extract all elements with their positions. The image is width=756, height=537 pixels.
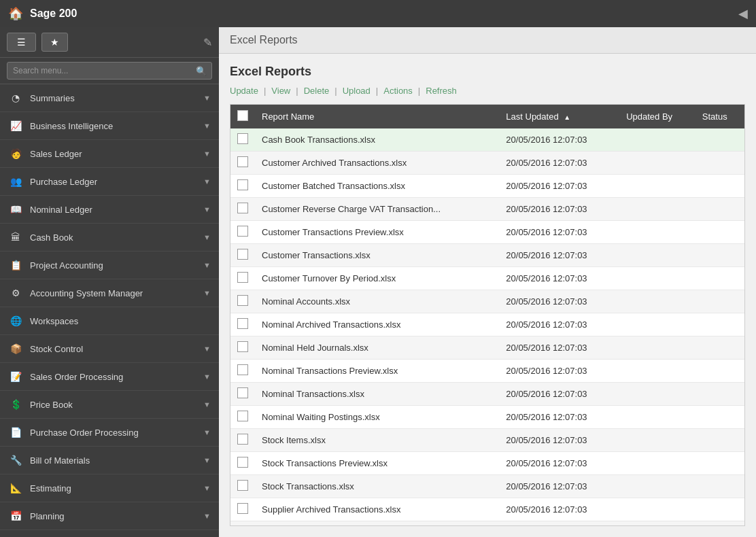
menu-button[interactable]: ☰ — [7, 33, 36, 52]
header-report-name[interactable]: Report Name — [255, 105, 499, 128]
row-checkbox-cell[interactable] — [230, 221, 255, 244]
row-status — [695, 313, 744, 336]
row-checkbox[interactable] — [237, 480, 248, 491]
row-last-updated: 20/05/2016 12:07:03 — [499, 336, 619, 360]
row-last-updated: 20/05/2016 12:07:03 — [499, 198, 619, 221]
row-report-name: Nominal Waiting Postings.xlsx — [255, 406, 499, 429]
row-checkbox[interactable] — [237, 272, 248, 283]
row-checkbox[interactable] — [237, 434, 248, 445]
sidebar-item-purchase-ledger[interactable]: 👥 Purchase Ledger ▼ — [0, 168, 219, 196]
row-checkbox[interactable] — [237, 411, 248, 421]
home-icon[interactable]: 🏠 — [8, 6, 23, 21]
reports-table-container: Report Name Last Updated ▲ Updated By St… — [230, 104, 745, 526]
sidebar-item-bill-of-materials[interactable]: 🔧 Bill of Materials ▼ — [0, 447, 219, 474]
row-last-updated: 20/05/2016 12:07:03 — [499, 521, 619, 527]
table-row: Customer Reverse Charge VAT Transaction.… — [230, 198, 744, 221]
sidebar-item-accounting-system-manager[interactable]: ⚙ Accounting System Manager ▼ — [0, 279, 219, 307]
sidebar-nav: ◔ Summaries ▼ 📈 Business Intelligence ▼ … — [0, 84, 219, 537]
row-checkbox[interactable] — [237, 387, 248, 398]
row-status — [695, 290, 744, 313]
row-checkbox-cell[interactable] — [230, 429, 255, 452]
row-updated-by — [619, 360, 695, 383]
row-checkbox-cell[interactable] — [230, 267, 255, 290]
row-checkbox-cell[interactable] — [230, 128, 255, 152]
row-checkbox-cell[interactable] — [230, 336, 255, 360]
sidebar-item-sales-order-processing[interactable]: 📝 Sales Order Processing ▼ — [0, 363, 219, 391]
summaries-icon: ◔ — [8, 90, 23, 105]
edit-button[interactable]: ✎ — [203, 36, 212, 49]
sidebar-item-stock-control[interactable]: 📦 Stock Control ▼ — [0, 335, 219, 363]
row-status — [695, 267, 744, 290]
row-checkbox-cell[interactable] — [230, 475, 255, 498]
row-updated-by — [619, 406, 695, 429]
row-checkbox-cell[interactable] — [230, 521, 255, 527]
select-all-checkbox[interactable] — [237, 110, 248, 121]
chevron-cash-book: ▼ — [203, 233, 211, 241]
table-row: Customer Batched Transactions.xlsx20/05/… — [230, 175, 744, 198]
view-button[interactable]: View — [271, 86, 303, 96]
sidebar-item-estimating[interactable]: 📐 Estimating ▼ — [0, 474, 219, 502]
actions-button[interactable]: Actions — [383, 86, 426, 96]
cash-book-icon: 🏛 — [8, 230, 23, 245]
row-checkbox-cell[interactable] — [230, 152, 255, 175]
sidebar-item-planning[interactable]: 📅 Planning ▼ — [0, 502, 219, 530]
upload-button[interactable]: Upload — [343, 86, 384, 96]
row-checkbox-cell[interactable] — [230, 175, 255, 198]
row-checkbox-cell[interactable] — [230, 383, 255, 406]
row-checkbox[interactable] — [237, 341, 248, 352]
row-checkbox-cell[interactable] — [230, 406, 255, 429]
row-report-name: Nominal Accounts.xlsx — [255, 290, 499, 313]
row-checkbox[interactable] — [237, 503, 248, 514]
sidebar-item-summaries[interactable]: ◔ Summaries ▼ — [0, 84, 219, 112]
row-checkbox[interactable] — [237, 203, 248, 213]
row-checkbox[interactable] — [237, 179, 248, 190]
sidebar-item-works-orders[interactable]: 🏗 Works Orders ▼ — [0, 530, 219, 537]
search-input[interactable] — [7, 62, 212, 80]
row-checkbox-cell[interactable] — [230, 360, 255, 383]
row-status — [695, 198, 744, 221]
sidebar-item-nominal-ledger[interactable]: 📖 Nominal Ledger ▼ — [0, 196, 219, 224]
update-button[interactable]: Update — [230, 86, 271, 96]
row-checkbox[interactable] — [237, 295, 248, 306]
row-checkbox[interactable] — [237, 133, 248, 144]
chevron-purchase-ledger: ▼ — [203, 177, 211, 186]
row-checkbox-cell[interactable] — [230, 290, 255, 313]
sidebar-item-project-accounting[interactable]: 📋 Project Accounting ▼ — [0, 252, 219, 279]
sidebar-item-business-intelligence[interactable]: 📈 Business Intelligence ▼ — [0, 112, 219, 140]
refresh-button[interactable]: Refresh — [426, 86, 462, 96]
row-checkbox[interactable] — [237, 364, 248, 375]
row-checkbox-cell[interactable] — [230, 313, 255, 336]
row-report-name: Nominal Transactions Preview.xlsx — [255, 360, 499, 383]
table-header-row: Report Name Last Updated ▲ Updated By St… — [230, 105, 744, 128]
row-checkbox-cell[interactable] — [230, 244, 255, 267]
row-checkbox[interactable] — [237, 249, 248, 260]
chevron-stock-control: ▼ — [203, 345, 211, 353]
row-checkbox-cell[interactable] — [230, 498, 255, 521]
table-row: Stock Transactions.xlsx20/05/2016 12:07:… — [230, 475, 744, 498]
row-updated-by — [619, 383, 695, 406]
favorites-button[interactable]: ★ — [41, 33, 68, 52]
row-checkbox[interactable] — [237, 156, 248, 167]
collapse-icon[interactable]: ◀ — [738, 6, 748, 21]
estimating-icon: 📐 — [8, 481, 23, 496]
sidebar-item-price-book[interactable]: 💲 Price Book ▼ — [0, 391, 219, 419]
row-checkbox-cell[interactable] — [230, 452, 255, 475]
row-checkbox[interactable] — [237, 226, 248, 237]
row-updated-by — [619, 244, 695, 267]
row-status — [695, 336, 744, 360]
row-checkbox-cell[interactable] — [230, 198, 255, 221]
sidebar-item-workspaces[interactable]: 🌐 Workspaces — [0, 307, 219, 335]
row-last-updated: 20/05/2016 12:07:03 — [499, 244, 619, 267]
header-checkbox-cell[interactable] — [230, 105, 255, 128]
project-accounting-icon: 📋 — [8, 258, 23, 273]
row-report-name: Customer Turnover By Period.xlsx — [255, 267, 499, 290]
sidebar-item-cash-book[interactable]: 🏛 Cash Book ▼ — [0, 224, 219, 252]
sidebar-item-purchase-order-processing[interactable]: 📄 Purchase Order Processing ▼ — [0, 419, 219, 447]
row-checkbox[interactable] — [237, 457, 248, 468]
sidebar-item-sales-ledger[interactable]: 🧑 Sales Ledger ▼ — [0, 140, 219, 168]
delete-button[interactable]: Delete — [304, 86, 343, 96]
row-report-name: Nominal Held Journals.xlsx — [255, 336, 499, 360]
header-last-updated[interactable]: Last Updated ▲ — [499, 105, 619, 128]
row-checkbox[interactable] — [237, 318, 248, 329]
table-row: Stock Transactions Preview.xlsx20/05/201… — [230, 452, 744, 475]
